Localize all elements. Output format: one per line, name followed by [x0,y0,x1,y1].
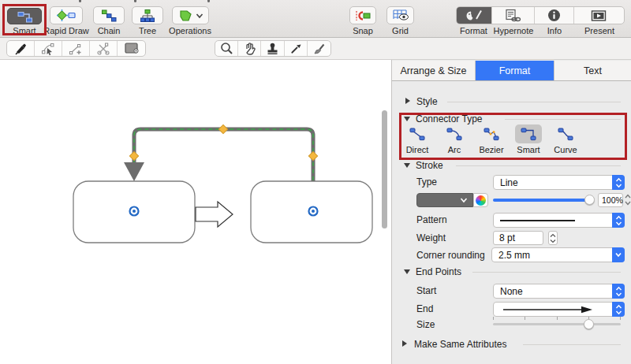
connector-selection-highlight [134,129,313,181]
grid-button[interactable] [386,6,414,24]
corner-rounding-value: 2.5 mm [498,250,530,261]
endpoint-size-slider-track[interactable] [493,323,621,325]
stroke-pattern-select[interactable] [493,213,625,228]
connector-option-bezier-label: Bezier [476,145,507,154]
stroke-type-value: Line [500,177,518,188]
connector-option-direct-label: Direct [401,145,433,154]
operations-button[interactable] [172,6,209,24]
smart-button-label: Smart [7,26,42,35]
connector-option-curve[interactable] [552,124,579,143]
opacity-slider-track[interactable] [493,199,589,202]
brush-icon [312,42,326,55]
connection-point-icon[interactable] [130,207,139,216]
tab-text[interactable]: Text [554,61,631,80]
hypernote-button-label: Hypernote [489,26,538,35]
connector-handle[interactable] [129,151,138,160]
shape-gallery-icon [124,42,140,55]
stamp-icon [266,42,279,55]
tree-icon [140,9,155,23]
inspector-tabs: Arrange & Size Format Text [392,61,631,81]
node-select-tool-button[interactable] [35,41,62,56]
connector-option-arc[interactable] [441,124,468,143]
connector-option-direct[interactable] [404,124,431,143]
connector-handle[interactable] [308,151,317,160]
split-tool-button[interactable] [90,41,118,56]
end-endpoint-select[interactable] [493,302,625,317]
select-stepper-icon [612,284,625,299]
format-brush-tool-button[interactable] [308,41,330,56]
style-section-label: Style [416,96,438,107]
start-endpoint-select[interactable]: None [493,284,625,299]
hypernote-button[interactable] [492,7,535,24]
end-endpoint-label: End [416,303,433,314]
corner-rounding-label: Corner rounding [416,250,485,261]
stroke-color-swatch[interactable] [416,193,473,207]
connection-point-icon[interactable] [309,207,318,216]
smart-connector-line[interactable] [134,129,313,181]
drawing-canvas[interactable] [0,60,392,364]
stroke-weight-label: Weight [416,232,446,243]
color-wheel-button[interactable] [473,193,488,207]
zoom-tool-button[interactable] [215,41,238,56]
chain-icon [101,9,117,23]
corner-rounding-select[interactable]: 2.5 mm [491,247,625,262]
view-mode-group [456,6,625,24]
section-divider [456,165,621,166]
style-disclosure-icon[interactable] [405,98,410,104]
make-same-disclosure-icon[interactable] [402,340,407,347]
tab-arrange-size[interactable]: Arrange & Size [392,61,476,80]
stroke-disclosure-icon[interactable] [404,163,410,168]
chain-button[interactable] [93,6,125,24]
info-button[interactable] [535,7,574,24]
snap-button[interactable] [349,6,376,24]
canvas-scrollbar[interactable] [382,110,387,228]
opacity-stepper[interactable] [625,194,631,206]
canvas-drawing [0,60,392,364]
opacity-slider-thumb[interactable] [584,195,595,205]
shape-gallery-tool-button[interactable] [118,41,145,56]
stamp-tool-button[interactable] [261,41,285,56]
pen-tool-button[interactable] [7,41,35,56]
stroke-type-select[interactable]: Line [493,175,625,190]
view-tools-group [215,40,331,57]
start-endpoint-value: None [500,286,523,297]
select-stepper-icon [612,213,625,228]
format-panel-button[interactable] [457,7,492,24]
rapid-draw-button[interactable] [50,6,83,24]
add-point-icon [69,42,83,56]
stroke-weight-field[interactable]: 8 pt [493,231,543,245]
end-points-disclosure-icon[interactable] [404,269,410,274]
arc-connector-icon [446,128,462,141]
pattern-line-preview [500,220,575,221]
connector-option-bezier[interactable] [478,124,505,143]
present-icon [591,9,607,22]
pan-tool-button[interactable] [238,41,261,56]
select-stepper-icon [612,302,625,317]
tree-button[interactable] [132,6,163,24]
grid-eye-icon [392,9,409,22]
smart-button[interactable] [7,8,42,24]
connector-option-curve-label: Curve [550,145,581,154]
weight-stepper[interactable] [548,231,558,245]
slider-tick [620,317,621,320]
opacity-value-field[interactable]: 100% [598,193,623,207]
start-endpoint-label: Start [416,285,436,296]
operations-button-label: Operations [166,26,214,35]
connector-handle[interactable] [218,124,227,133]
tab-format[interactable]: Format [476,61,554,80]
tools-toolbar [0,38,631,60]
slider-tick [525,317,525,320]
stroke-weight-value: 8 pt [499,232,515,243]
eyedropper-tool-button[interactable] [285,41,308,56]
rapid-draw-icon [56,9,77,22]
pen-icon [13,42,28,56]
connector-option-smart-label: Smart [513,145,544,154]
endpoint-size-slider-thumb[interactable] [584,319,594,329]
present-button[interactable] [574,7,624,24]
menu-remnant [207,0,210,2]
connector-type-disclosure-icon[interactable] [404,117,410,121]
block-arrow-shape[interactable] [196,202,233,227]
connector-option-smart[interactable] [515,124,542,143]
add-point-tool-button[interactable] [62,41,90,56]
snap-magnet-icon [354,9,372,22]
